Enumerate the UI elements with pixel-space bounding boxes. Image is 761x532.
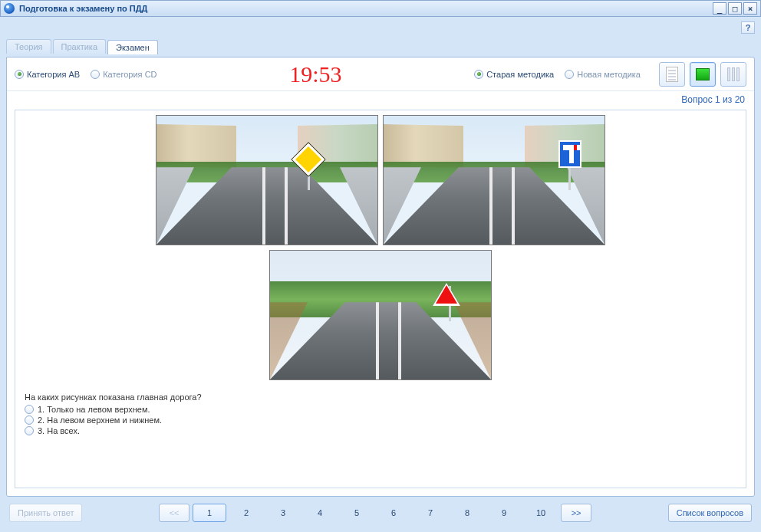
tabs: Теория Практика Экзамен [6,37,755,54]
radio-label: Категория CD [103,70,156,79]
app-icon [4,3,15,14]
pager-next-button[interactable]: >> [561,504,591,522]
question-image-3 [269,250,492,380]
title-bar: Подготовка к экзамену по ПДД _ □ × [0,0,761,17]
green-square-icon [696,68,710,80]
pager-page-1[interactable]: 1 [193,504,226,522]
columns-icon [727,67,740,81]
radio-dot-icon [565,70,574,79]
pager-page-7[interactable]: 7 [413,504,447,522]
answer-option-2[interactable]: 2. На левом верхнем и нижнем. [25,415,738,425]
pager-page-3[interactable]: 3 [266,504,300,522]
question-text: На каких рисунках показана главная дорог… [23,388,738,405]
question-images [23,115,738,380]
method-group: Старая методика Новая методика [474,70,641,79]
tab-practice[interactable]: Практика [53,39,106,54]
view-columns-button[interactable] [720,62,746,87]
radio-category-ab[interactable]: Категория AB [15,70,80,79]
pager-prev-button[interactable]: << [159,504,189,522]
document-icon [666,67,678,82]
exam-panel: Категория AB Категория CD 19:53 Старая м… [6,57,755,497]
view-document-button[interactable] [659,62,685,87]
radio-method-new[interactable]: Новая методика [565,70,641,79]
question-area: На каких рисунках показана главная дорог… [15,110,746,488]
answers: 1. Только на левом верхнем. 2. На левом … [23,405,738,435]
window-title: Подготовка к экзамену по ПДД [19,4,713,13]
radio-label: Категория AB [27,70,80,79]
intersection-warning-sign-icon [433,283,460,306]
radio-label: Старая методика [486,70,554,79]
question-image-1 [156,115,378,245]
pager: << 1 2 3 4 5 6 7 8 9 10 >> [88,504,661,522]
pager-page-10[interactable]: 10 [524,504,558,522]
question-image-2 [383,115,605,245]
bottom-bar: Принять ответ << 1 2 3 4 5 6 7 8 9 10 >>… [6,500,755,526]
radio-label: Новая методика [577,70,641,79]
radio-dot-icon [91,70,100,79]
tab-theory[interactable]: Теория [6,39,51,54]
window-body: ? Теория Практика Экзамен Категория AB К… [0,17,761,532]
pager-page-8[interactable]: 8 [450,504,484,522]
answer-option-1[interactable]: 1. Только на левом верхнем. [25,405,738,414]
radio-dot-icon [25,405,34,414]
exam-timer: 19:53 [289,61,341,87]
radio-dot-icon [25,426,34,435]
pager-page-2[interactable]: 2 [229,504,263,522]
pager-page-4[interactable]: 4 [303,504,337,522]
answer-label: 3. На всех. [38,426,80,435]
top-controls: Категория AB Категория CD 19:53 Старая м… [7,57,754,91]
minimize-button[interactable]: _ [713,2,726,15]
radio-dot-icon [25,415,34,425]
radio-category-cd[interactable]: Категория CD [91,70,156,79]
view-image-button[interactable] [690,62,716,87]
pager-page-5[interactable]: 5 [340,504,374,522]
radio-dot-icon [474,70,483,79]
question-counter: Вопрос 1 из 20 [7,91,754,107]
radio-method-old[interactable]: Старая методика [474,70,554,79]
answer-label: 2. На левом верхнем и нижнем. [38,415,162,425]
window-buttons: _ □ × [713,2,757,15]
accept-answer-button[interactable]: Принять ответ [9,504,82,522]
pager-page-9[interactable]: 9 [487,504,521,522]
answer-option-3[interactable]: 3. На всех. [25,426,738,435]
help-button[interactable]: ? [741,21,755,34]
pager-page-6[interactable]: 6 [377,504,410,522]
maximize-button[interactable]: □ [728,2,742,15]
view-buttons [659,62,746,87]
answer-label: 1. Только на левом верхнем. [38,405,150,414]
tab-exam[interactable]: Экзамен [107,40,158,54]
question-list-button[interactable]: Список вопросов [668,504,752,522]
radio-dot-icon [15,70,24,79]
close-button[interactable]: × [743,2,757,15]
dead-end-sign-icon [558,140,581,168]
